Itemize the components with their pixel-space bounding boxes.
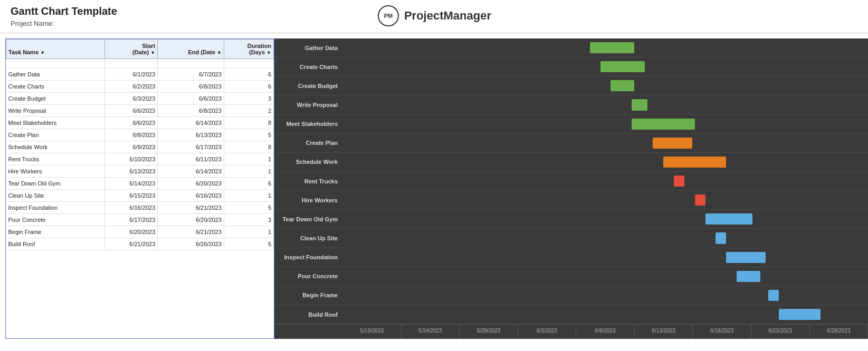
end-date-cell: 6/14/2023: [158, 117, 224, 129]
col-duration[interactable]: Duration(Days ▼: [224, 40, 273, 59]
xaxis-label: 6/13/2023: [635, 325, 693, 339]
col-start[interactable]: Start(Date) ▼: [104, 40, 158, 59]
table-row: Clean Up Site 6/15/2023 6/16/2023 1: [6, 190, 274, 202]
gantt-row: Build Roof: [274, 305, 868, 324]
duration-cell: 6: [224, 178, 273, 190]
gantt-bar-area: [343, 76, 868, 95]
start-date-cell: 6/17/2023: [104, 214, 158, 226]
start-date-cell: 6/9/2023: [104, 141, 158, 153]
gantt-bar: [695, 194, 705, 206]
col-end[interactable]: End (Date ▼: [158, 40, 224, 59]
gantt-row-label: Build Roof: [274, 311, 343, 318]
xaxis-label: 6/23/2023: [751, 325, 810, 339]
gantt-row: Create Plan: [274, 134, 868, 153]
col-task-name[interactable]: Task Name ▼: [6, 40, 105, 59]
duration-cell: 1: [224, 190, 273, 202]
gantt-row-label: Write Proposal: [274, 102, 343, 108]
end-date-cell: 6/8/2023: [158, 81, 224, 93]
table-row: Rent Trucks 6/10/2023 6/11/2023 1: [6, 153, 274, 165]
gantt-row: Gather Data: [274, 38, 868, 57]
gantt-bar-area: [343, 115, 868, 133]
end-date-cell: 6/6/2023: [158, 93, 224, 105]
gantt-row-label: Gather Data: [274, 45, 343, 51]
duration-cell: 1: [224, 226, 273, 238]
gantt-row: Clean Up Site: [274, 229, 868, 248]
start-date-cell: 6/1/2023: [104, 69, 158, 81]
gantt-bar-area: [343, 229, 868, 247]
gantt-row: Hire Workers: [274, 191, 868, 210]
start-date-cell: 6/13/2023: [104, 165, 158, 178]
end-date-cell: 6/14/2023: [158, 165, 224, 178]
xaxis-label: 5/24/2023: [402, 325, 460, 339]
table-row: Build Roof 6/21/2023 6/26/2023 5: [6, 238, 274, 250]
gantt-xaxis-labels: 5/19/20235/24/20235/29/20236/3/20236/8/2…: [343, 325, 868, 339]
end-date-cell: 6/7/2023: [158, 69, 224, 81]
gantt-bar: [737, 271, 760, 282]
gantt-bar: [779, 309, 821, 320]
gantt-row-label: Tear Down Old Gym: [274, 216, 343, 222]
gantt-bar-area: [343, 57, 868, 76]
gantt-row-label: Meet Stakeholders: [274, 121, 343, 127]
gantt-row: Inspect Foundation: [274, 248, 868, 267]
duration-cell: 3: [224, 93, 273, 105]
gantt-row-label: Pour Concrete: [274, 273, 343, 279]
branding: PM ProjectManager: [378, 5, 491, 26]
start-date-cell: 6/15/2023: [104, 190, 158, 202]
start-date-cell: 6/6/2023: [104, 105, 158, 117]
table-row: Create Budget 6/3/2023 6/6/2023 3: [6, 93, 274, 105]
pm-logo-icon: PM: [378, 5, 399, 26]
table-row: Tear Down Old Gym 6/14/2023 6/20/2023 6: [6, 178, 274, 190]
task-name-cell: Schedule Work: [6, 141, 105, 153]
end-date-cell: 6/8/2023: [158, 105, 224, 117]
gantt-bar-area: [343, 248, 868, 267]
task-name-cell: Begin Frame: [6, 226, 105, 238]
table-row: Pour Concrete 6/17/2023 6/20/2023 3: [6, 214, 274, 226]
header: Gantt Chart Template Project Name: PM Pr…: [0, 0, 868, 33]
gantt-row-label: Schedule Work: [274, 159, 343, 165]
main-content: Task Name ▼ Start(Date) ▼ End (Date ▼ Du…: [0, 33, 868, 339]
start-date-cell: 6/8/2023: [104, 129, 158, 141]
xaxis-label: 6/8/2023: [576, 325, 635, 339]
app-title: Gantt Chart Template: [11, 5, 117, 17]
gantt-bar: [632, 99, 647, 110]
gantt-row: Create Budget: [274, 76, 868, 95]
gantt-xaxis: 5/19/20235/24/20235/29/20236/3/20236/8/2…: [274, 324, 868, 339]
start-date-cell: 6/20/2023: [104, 226, 158, 238]
table-header-row: Task Name ▼ Start(Date) ▼ End (Date ▼ Du…: [6, 40, 274, 59]
duration-cell: 8: [224, 141, 273, 153]
table-row: Inspect Foundation 6/16/2023 6/21/2023 5: [6, 202, 274, 214]
task-table: Task Name ▼ Start(Date) ▼ End (Date ▼ Du…: [5, 38, 274, 339]
gantt-bar: [705, 213, 753, 225]
task-name-cell: Clean Up Site: [6, 190, 105, 202]
gantt-bar: [632, 119, 694, 130]
xaxis-label: 5/19/2023: [343, 325, 402, 339]
end-date-cell: 6/16/2023: [158, 190, 224, 202]
pm-brand-name: ProjectManager: [404, 9, 491, 23]
task-name-cell: Write Proposal: [6, 105, 105, 117]
xaxis-label: 6/3/2023: [518, 325, 577, 339]
xaxis-label: 6/18/2023: [693, 325, 751, 339]
gantt-row: Schedule Work: [274, 153, 868, 172]
xaxis-label: 5/29/2023: [460, 325, 518, 339]
gantt-row: Write Proposal: [274, 95, 868, 114]
gantt-bar-area: [343, 95, 868, 114]
duration-cell: 1: [224, 153, 273, 165]
duration-cell: 1: [224, 165, 273, 178]
project-name-label: Project Name:: [11, 19, 117, 27]
gantt-row-label: Create Plan: [274, 140, 343, 146]
gantt-bar-area: [343, 172, 868, 190]
gantt-bar-area: [343, 38, 868, 57]
start-date-cell: 6/2/2023: [104, 81, 158, 93]
end-date-cell: 6/20/2023: [158, 214, 224, 226]
start-date-cell: 6/16/2023: [104, 202, 158, 214]
task-name-cell: Create Plan: [6, 129, 105, 141]
task-name-cell: Create Budget: [6, 93, 105, 105]
gantt-row-label: Clean Up Site: [274, 235, 343, 241]
gantt-bar: [663, 157, 726, 168]
start-date-cell: 6/14/2023: [104, 178, 158, 190]
end-date-cell: 6/20/2023: [158, 178, 224, 190]
header-left: Gantt Chart Template Project Name:: [11, 5, 117, 27]
table-row: Write Proposal 6/6/2023 6/8/2023 2: [6, 105, 274, 117]
duration-cell: 8: [224, 117, 273, 129]
gantt-row: Begin Frame: [274, 286, 868, 305]
